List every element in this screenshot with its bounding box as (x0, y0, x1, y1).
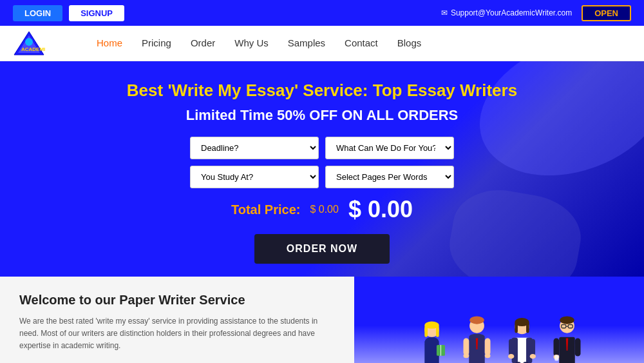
form-row-1: Deadline? What Can We Do For You? (13, 137, 631, 159)
svg-rect-22 (484, 338, 490, 355)
navbar: ACADEMIC Home Pricing Order Why Us Sampl… (0, 26, 644, 61)
person-1 (411, 309, 453, 363)
email-icon: ✉ (441, 8, 448, 17)
signup-button[interactable]: SIGNUP (69, 5, 124, 21)
lower-description: We are the best rated 'write my essay' s… (19, 315, 335, 353)
nav-item-order[interactable]: Order (191, 37, 215, 49)
login-button[interactable]: LOGIN (13, 5, 62, 21)
svg-point-23 (463, 353, 469, 358)
nav-link-home[interactable]: Home (97, 37, 122, 48)
logo-icon: ACADEMIC (13, 30, 45, 56)
top-bar-right: ✉ Support@YourAcademicWriter.com OPEN (441, 5, 631, 21)
svg-point-24 (484, 353, 490, 358)
svg-point-38 (508, 354, 514, 358)
order-now-button[interactable]: ORDER NOW (254, 234, 390, 264)
svg-rect-51 (553, 338, 559, 357)
nav-link-samples[interactable]: Samples (288, 37, 325, 48)
nav-item-whyus[interactable]: Why Us (234, 37, 269, 49)
svg-rect-8 (436, 325, 439, 337)
people-illustration (361, 309, 638, 363)
hero-subtitle: Limited Time 50% OFF ON ALL ORDERS (13, 107, 631, 124)
nav-item-samples[interactable]: Samples (288, 37, 325, 49)
hero-subtitle-bold: ON ALL ORDERS (341, 107, 458, 123)
svg-rect-32 (526, 322, 529, 333)
nav-link-order[interactable]: Order (191, 37, 215, 48)
nav-item-home[interactable]: Home (97, 37, 122, 49)
price-row: Total Price: $ 0.00 $ 0.00 (13, 196, 631, 223)
top-bar: LOGIN SIGNUP ✉ Support@YourAcademicWrite… (0, 0, 644, 26)
svg-rect-21 (463, 338, 469, 355)
nav-link-whyus[interactable]: Why Us (234, 37, 269, 48)
form-row-2: You Study At? Select Pages Per Words (13, 166, 631, 188)
svg-point-39 (529, 354, 535, 358)
nav-link-blogs[interactable]: Blogs (397, 37, 422, 48)
nav-link-contact[interactable]: Contact (345, 37, 378, 48)
lower-image (354, 277, 644, 363)
price-label: Total Price: (231, 202, 300, 217)
nav-item-contact[interactable]: Contact (345, 37, 378, 49)
svg-rect-31 (515, 322, 518, 333)
service-select[interactable]: What Can We Do For You? (325, 137, 454, 159)
person-3 (501, 309, 543, 363)
svg-rect-37 (529, 339, 535, 356)
nav-links: Home Pricing Order Why Us Samples Contac… (97, 37, 421, 49)
person-2 (456, 309, 498, 363)
pages-select[interactable]: Select Pages Per Words (325, 166, 454, 188)
lower-section: Welcome to our Paper Writer Service We a… (0, 277, 644, 363)
nav-item-pricing[interactable]: Pricing (142, 37, 171, 49)
price-big: $ 0.00 (348, 196, 413, 223)
deadline-select[interactable]: Deadline? (190, 137, 319, 159)
svg-point-17 (469, 316, 484, 324)
top-bar-actions: LOGIN SIGNUP (13, 5, 124, 21)
hero-title: Best 'Write My Essay' Service: Top Essay… (13, 81, 631, 101)
svg-rect-7 (424, 325, 428, 337)
nav-link-pricing[interactable]: Pricing (142, 37, 171, 48)
support-email: ✉ Support@YourAcademicWriter.com (441, 8, 572, 17)
hero-subtitle-prefix: Limited Time 50% OFF (186, 107, 342, 123)
lower-text: Welcome to our Paper Writer Service We a… (0, 277, 354, 363)
svg-text:ACADEMIC: ACADEMIC (21, 46, 45, 52)
open-badge: OPEN (582, 5, 631, 21)
svg-rect-36 (508, 339, 513, 356)
lower-title: Welcome to our Paper Writer Service (19, 293, 335, 308)
logo[interactable]: ACADEMIC (13, 30, 45, 56)
price-small: $ 0.00 (310, 204, 338, 215)
nav-item-blogs[interactable]: Blogs (397, 37, 422, 49)
svg-point-45 (560, 316, 574, 324)
svg-rect-52 (574, 338, 580, 357)
study-select[interactable]: You Study At? (190, 166, 319, 188)
person-4 (546, 309, 588, 363)
svg-point-3 (25, 38, 33, 46)
svg-rect-54 (554, 355, 558, 361)
hero-section: Best 'Write My Essay' Service: Top Essay… (0, 61, 644, 277)
